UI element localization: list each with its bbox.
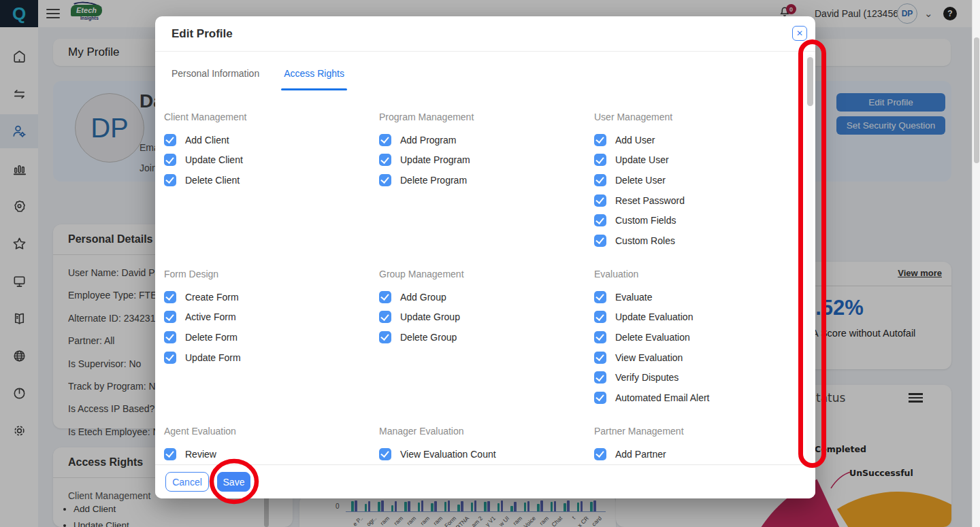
save-button[interactable]: Save [217,472,250,492]
checkbox-delete-client[interactable]: Delete Client [164,170,368,190]
checkbox-label: Add Group [400,292,446,303]
checkbox-label: Custom Fields [615,215,676,226]
group-title: Evaluation [594,269,798,282]
checked-checkbox-icon[interactable] [594,331,606,343]
checkbox-reset-password[interactable]: Reset Password [594,190,798,211]
checked-checkbox-icon[interactable] [594,194,606,207]
checkbox-label: Delete Program [400,175,467,186]
checkbox-label: Delete Group [400,332,457,343]
checked-checkbox-icon[interactable] [594,214,606,226]
checkbox-custom-roles[interactable]: Custom Roles [594,231,798,251]
checkbox-label: Delete Form [185,332,238,343]
checked-checkbox-icon[interactable] [379,331,391,343]
checkbox-delete-user[interactable]: Delete User [594,170,798,190]
checked-checkbox-icon[interactable] [594,448,606,460]
checkbox-add-user[interactable]: Add User [594,130,798,150]
modal-scrollbar[interactable] [806,54,813,497]
checkbox-label: Delete Client [185,175,240,186]
checkbox-label: Reset Password [615,195,685,206]
checked-checkbox-icon[interactable] [594,311,606,323]
checkbox-create-form[interactable]: Create Form [164,287,368,307]
checkbox-label: Verify Disputes [615,372,679,383]
checked-checkbox-icon[interactable] [164,174,176,186]
group-group-management: Group ManagementAdd GroupUpdate GroupDel… [379,269,583,347]
checkbox-view-evaluation-count[interactable]: View Evaluation Count [379,444,583,464]
checked-checkbox-icon[interactable] [594,235,606,247]
group-title: User Management [594,112,798,125]
checkbox-add-partner[interactable]: Add Partner [594,444,798,464]
checkbox-label: Update Client [185,154,243,165]
checked-checkbox-icon[interactable] [379,448,391,460]
checkbox-automated-email-alert[interactable]: Automated Email Alert [594,388,798,408]
checked-checkbox-icon[interactable] [164,352,176,364]
checkbox-label: Automated Email Alert [615,392,710,403]
modal-body: Client ManagementAdd ClientUpdate Client… [155,16,807,464]
checkbox-label: Update Form [185,352,241,363]
checkbox-update-evaluation[interactable]: Update Evaluation [594,307,798,328]
cancel-button[interactable]: Cancel [165,472,209,492]
screen: Q Etech Insights 0 David Paul (123456) D… [0,0,980,527]
checkbox-label: Update User [615,154,669,165]
checked-checkbox-icon[interactable] [379,311,391,323]
checkbox-label: Update Program [400,154,470,165]
checked-checkbox-icon[interactable] [594,174,606,186]
group-form-design: Form DesignCreate FormActive FormDelete … [164,269,368,367]
checkbox-update-form[interactable]: Update Form [164,347,368,368]
modal-scrollbar-thumb[interactable] [807,57,813,106]
checkbox-add-program[interactable]: Add Program [379,130,583,150]
checkbox-update-user[interactable]: Update User [594,150,798,171]
checkbox-add-client[interactable]: Add Client [164,130,368,150]
checked-checkbox-icon[interactable] [594,371,606,384]
group-title: Client Management [164,112,368,125]
checkbox-delete-group[interactable]: Delete Group [379,327,583,347]
checkbox-label: Add Partner [615,449,666,460]
checked-checkbox-icon[interactable] [164,331,176,343]
edit-profile-modal: Edit Profile ✕ Personal InformationAcces… [155,16,815,498]
checked-checkbox-icon[interactable] [379,154,391,166]
group-manager-evaluation: Manager EvaluationView Evaluation Count [379,426,583,464]
checkbox-active-form[interactable]: Active Form [164,307,368,328]
checkbox-add-group[interactable]: Add Group [379,287,583,307]
page-scrollbar[interactable] [972,0,980,527]
checkbox-update-program[interactable]: Update Program [379,150,583,171]
checked-checkbox-icon[interactable] [594,291,606,303]
group-title: Agent Evaluation [164,426,368,439]
checkbox-delete-evaluation[interactable]: Delete Evaluation [594,327,798,347]
group-title: Manager Evaluation [379,426,583,439]
page-scrollbar-thumb[interactable] [974,37,979,163]
group-client-management: Client ManagementAdd ClientUpdate Client… [164,112,368,190]
modal-footer: Cancel Save [155,464,815,498]
group-evaluation: EvaluationEvaluateUpdate EvaluationDelet… [594,269,798,408]
checked-checkbox-icon[interactable] [164,134,176,146]
checkbox-view-evaluation[interactable]: View Evaluation [594,347,798,368]
checked-checkbox-icon[interactable] [164,291,176,303]
group-program-management: Program ManagementAdd ProgramUpdate Prog… [379,112,583,190]
checkbox-label: Delete User [615,175,666,186]
checked-checkbox-icon[interactable] [594,134,606,146]
group-partner-management: Partner ManagementAdd Partner [594,426,798,464]
checked-checkbox-icon[interactable] [379,174,391,186]
checkbox-update-group[interactable]: Update Group [379,307,583,328]
checked-checkbox-icon[interactable] [594,154,606,166]
checked-checkbox-icon[interactable] [164,154,176,166]
checkbox-label: Update Evaluation [615,311,693,322]
checkbox-verify-disputes[interactable]: Verify Disputes [594,367,798,388]
checkbox-custom-fields[interactable]: Custom Fields [594,210,798,231]
group-title: Partner Management [594,426,798,439]
checked-checkbox-icon[interactable] [164,311,176,323]
checkbox-delete-form[interactable]: Delete Form [164,327,368,347]
checkbox-review[interactable]: Review [164,444,368,464]
checked-checkbox-icon[interactable] [594,352,606,364]
checkbox-label: Active Form [185,311,236,322]
checked-checkbox-icon[interactable] [164,448,176,460]
group-agent-evaluation: Agent EvaluationReview [164,426,368,464]
checked-checkbox-icon[interactable] [379,134,391,146]
checked-checkbox-icon[interactable] [594,392,606,404]
group-title: Form Design [164,269,368,282]
checked-checkbox-icon[interactable] [379,291,391,303]
checkbox-label: Create Form [185,292,239,303]
checkbox-delete-program[interactable]: Delete Program [379,170,583,190]
checkbox-evaluate[interactable]: Evaluate [594,287,798,307]
group-title: Group Management [379,269,583,282]
checkbox-update-client[interactable]: Update Client [164,150,368,171]
